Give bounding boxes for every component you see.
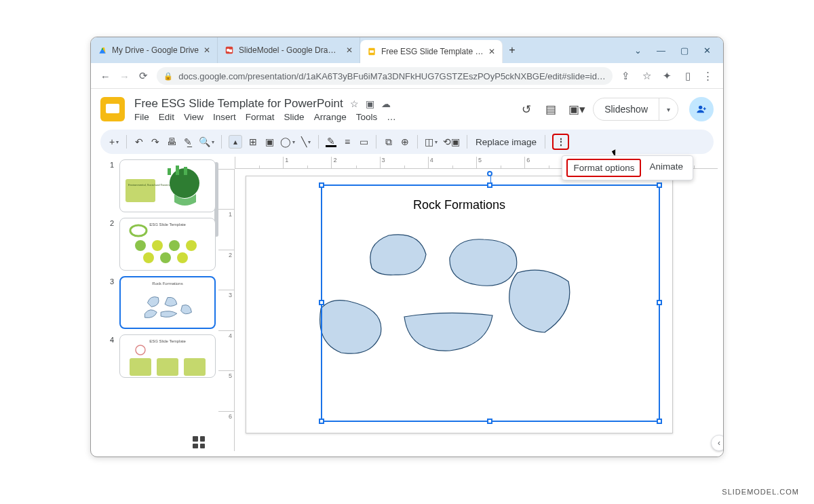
browser-tab-drawings[interactable]: SlideModel - Google Drawings ✕	[218, 37, 360, 63]
watermark: SLIDEMODEL.COM	[722, 488, 799, 496]
menu-format[interactable]: Format	[246, 112, 275, 122]
browser-window: My Drive - Google Drive ✕ SlideModel - G…	[90, 37, 724, 457]
thumbnail-row[interactable]: 4 ESG Slide Template	[110, 334, 216, 378]
border-dash-button[interactable]: ▭	[358, 134, 369, 150]
crop-button[interactable]: ◫	[425, 134, 438, 150]
forward-button[interactable]: →	[118, 71, 130, 82]
svg-text:Environmental, Social and Gove: Environmental, Social and Governance	[128, 183, 176, 187]
history-icon[interactable]: ↺	[520, 102, 533, 117]
meet-icon[interactable]: ▣▾	[568, 102, 582, 117]
star-icon[interactable]: ☆	[640, 70, 653, 82]
collapse-sidepanel-button[interactable]: ‹	[711, 435, 724, 451]
move-icon[interactable]: ▣	[366, 98, 374, 109]
new-tab-button[interactable]: +	[503, 37, 522, 63]
back-button[interactable]: ←	[99, 71, 111, 82]
thumbnail-row[interactable]: 3 Rock Formations	[110, 276, 216, 329]
cloud-status-icon[interactable]: ☁	[381, 98, 391, 109]
browser-tab-drive[interactable]: My Drive - Google Drive ✕	[91, 37, 218, 63]
thumbnail-row[interactable]: 1 Environmental, Social and Governance	[110, 159, 216, 212]
print-button[interactable]: 🖶	[166, 134, 177, 150]
slides-logo-icon[interactable]	[100, 97, 125, 121]
close-window-icon[interactable]: ✕	[703, 45, 711, 56]
resize-handle[interactable]	[487, 182, 492, 188]
border-weight-button[interactable]: ≡	[342, 134, 353, 150]
close-icon[interactable]: ✕	[488, 47, 495, 56]
format-options-menuitem[interactable]: Format options	[566, 159, 641, 177]
paint-format-button[interactable]: ✎̲	[182, 134, 193, 150]
maximize-icon[interactable]: ▢	[680, 45, 689, 56]
resize-handle[interactable]	[319, 182, 324, 188]
tab-label: Free ESG Slide Template for Pow	[381, 47, 484, 56]
resize-handle[interactable]	[657, 300, 662, 305]
slide-number: 1	[110, 159, 115, 212]
menu-insert[interactable]: Insert	[213, 112, 236, 122]
close-icon[interactable]: ✕	[346, 45, 353, 55]
slideshow-button-group: Slideshow ▾	[593, 98, 678, 121]
svg-rect-14	[184, 167, 187, 175]
slides-icon	[367, 47, 376, 56]
chevron-down-icon[interactable]: ⌄	[634, 45, 642, 56]
reset-image-button[interactable]: ⟲▣	[443, 134, 460, 150]
star-outline-icon[interactable]: ☆	[350, 98, 359, 109]
redo-button[interactable]: ↷	[150, 134, 161, 150]
share-button[interactable]	[689, 97, 714, 121]
resize-handle[interactable]	[657, 419, 662, 424]
slide-thumbnail-1[interactable]: Environmental, Social and Governance	[119, 159, 216, 212]
browser-tab-slides[interactable]: Free ESG Slide Template for Pow ✕	[360, 40, 503, 63]
link-button[interactable]: ⧉	[383, 134, 394, 150]
slideshow-dropdown[interactable]: ▾	[659, 98, 678, 120]
undo-button[interactable]: ↶	[134, 134, 144, 150]
menu-slide[interactable]: Slide	[284, 112, 305, 122]
toolbar-container: + ↶ ↷ 🖶 ✎̲ 🔍 ▴ ⊞ ▣ ◯ ╲ ✎ ≡ ▭ ⧉ ⊕ ◫ ⟲▣ Re…	[91, 130, 723, 157]
zoom-button[interactable]: 🔍	[199, 134, 214, 150]
comment-add-button[interactable]: ⊕	[400, 134, 410, 150]
shape-button[interactable]: ◯	[280, 134, 295, 150]
slide-canvas[interactable]: Rock Formations	[246, 176, 673, 433]
omnibox[interactable]: 🔒 docs.google.com/presentation/d/1aKA6T3…	[157, 67, 613, 85]
toolbar: + ↶ ↷ 🖶 ✎̲ 🔍 ▴ ⊞ ▣ ◯ ╲ ✎ ≡ ▭ ⧉ ⊕ ◫ ⟲▣ Re…	[100, 130, 714, 154]
more-options-popup: Format options Animate	[562, 155, 693, 180]
close-icon[interactable]: ✕	[204, 45, 210, 55]
menu-edit[interactable]: Edit	[159, 112, 174, 122]
thumbnail-panel: 1 Environmental, Social and Governance 2…	[110, 157, 218, 457]
select-tool[interactable]: ▴	[229, 135, 242, 149]
comments-icon[interactable]: ▤	[544, 102, 558, 117]
thumbnail-row[interactable]: 2 ESG Slide Template	[110, 218, 216, 271]
slide-thumbnail-2[interactable]: ESG Slide Template	[119, 218, 216, 271]
textbox-button[interactable]: ⊞	[248, 134, 258, 150]
slide-number: 3	[110, 276, 115, 329]
menu-more[interactable]: …	[387, 112, 396, 122]
rotate-handle[interactable]	[487, 171, 492, 176]
minimize-icon[interactable]: —	[657, 45, 665, 56]
resize-handle[interactable]	[319, 419, 324, 424]
slideshow-button[interactable]: Slideshow	[594, 98, 659, 120]
share-icon[interactable]: ⇪	[619, 70, 633, 82]
chrome-menu-icon[interactable]: ⋮	[701, 70, 715, 82]
reload-button[interactable]: ⟳	[138, 70, 150, 82]
menu-tools[interactable]: Tools	[356, 112, 378, 122]
svg-point-17	[169, 240, 180, 251]
menu-view[interactable]: View	[184, 112, 204, 122]
svg-rect-12	[168, 168, 171, 175]
slide-thumbnail-4[interactable]: ESG Slide Template	[119, 334, 216, 378]
animate-menuitem[interactable]: Animate	[644, 159, 689, 177]
more-options-button[interactable]: ⋮	[552, 134, 569, 150]
svg-rect-13	[176, 166, 179, 175]
account-icon[interactable]: ▯	[681, 70, 695, 82]
line-button[interactable]: ╲	[301, 134, 311, 150]
menu-file[interactable]: File	[134, 112, 149, 122]
new-slide-button[interactable]: +	[109, 134, 119, 150]
border-color-button[interactable]: ✎	[326, 136, 336, 147]
resize-handle[interactable]	[487, 419, 492, 424]
slide-number: 2	[110, 218, 115, 271]
resize-handle[interactable]	[657, 182, 662, 188]
doc-title[interactable]: Free ESG Slide Template for PowerPoint	[134, 97, 343, 111]
slide-thumbnail-3[interactable]: Rock Formations	[119, 276, 216, 329]
extensions-icon[interactable]: ✦	[660, 70, 674, 82]
replace-image-button[interactable]: Replace image	[474, 137, 538, 147]
menu-arrange[interactable]: Arrange	[314, 112, 347, 122]
grid-view-button[interactable]	[193, 436, 205, 448]
resize-handle[interactable]	[319, 300, 324, 305]
selection-box[interactable]	[321, 185, 660, 422]
image-button[interactable]: ▣	[264, 134, 275, 150]
